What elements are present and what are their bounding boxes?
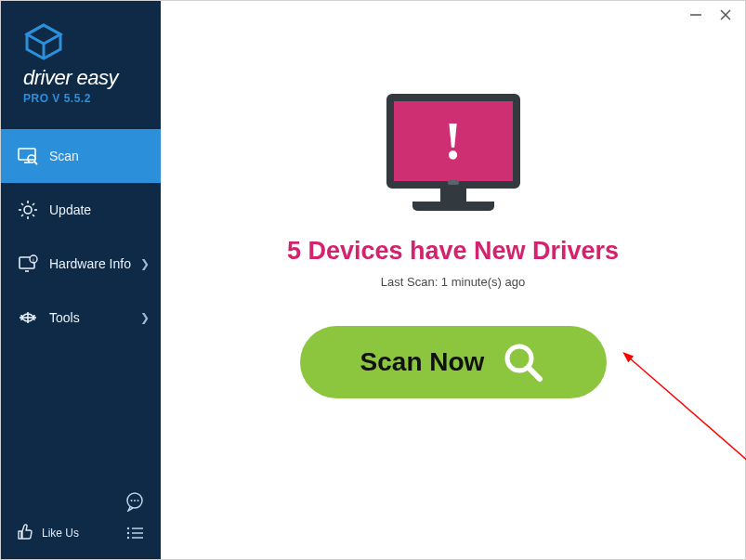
scan-result-headline: 5 Devices have New Drivers: [287, 237, 619, 266]
nav-scan-label: Scan: [49, 149, 79, 163]
logo-icon: [23, 23, 64, 60]
scan-monitor-icon: [18, 146, 38, 166]
titlebar: [676, 1, 745, 29]
svg-point-26: [131, 500, 133, 501]
sidebar-nav: Scan Update i Hardware Info ❯ Tools: [1, 129, 161, 345]
nav-update-label: Update: [49, 202, 91, 217]
svg-rect-6: [19, 149, 35, 160]
logo-area: driver easy PRO V 5.5.2: [1, 1, 161, 122]
monitor-alert-icon: !: [386, 94, 520, 211]
gear-icon: [18, 200, 38, 220]
svg-point-29: [127, 527, 129, 529]
svg-text:i: i: [33, 257, 33, 263]
svg-point-8: [28, 155, 35, 163]
svg-point-10: [24, 206, 32, 214]
scan-now-button[interactable]: Scan Now: [300, 326, 607, 398]
nav-hardware-info[interactable]: i Hardware Info ❯: [1, 237, 161, 291]
magnify-icon: [501, 340, 545, 384]
like-us-label: Like Us: [42, 527, 79, 540]
brand-version: PRO V 5.5.2: [23, 92, 142, 105]
chevron-right-icon: ❯: [140, 257, 150, 270]
feedback-icon[interactable]: [124, 490, 146, 513]
chevron-right-icon: ❯: [140, 311, 150, 324]
nav-tools-label: Tools: [49, 310, 80, 325]
last-scan-text: Last Scan: 1 minute(s) ago: [381, 275, 525, 289]
nav-hardware-label: Hardware Info: [49, 256, 131, 271]
svg-line-18: [21, 215, 23, 216]
svg-point-27: [134, 500, 136, 501]
svg-point-30: [127, 532, 129, 534]
hardware-info-icon: i: [18, 254, 38, 274]
like-us-button[interactable]: Like Us: [16, 523, 79, 544]
svg-line-36: [529, 368, 540, 379]
svg-line-17: [33, 203, 34, 205]
svg-marker-4: [27, 25, 60, 44]
tools-icon: [18, 307, 38, 328]
svg-point-31: [127, 537, 129, 539]
thumbs-up-icon: [16, 523, 34, 544]
scan-now-label: Scan Now: [360, 347, 485, 377]
minimize-button[interactable]: [689, 8, 702, 21]
app-window: driver easy PRO V 5.5.2 Scan Update i: [0, 0, 746, 560]
svg-point-28: [137, 500, 139, 501]
main-content: ! 5 Devices have New Drivers Last Scan: …: [161, 1, 745, 559]
close-button[interactable]: [719, 8, 732, 21]
menu-list-icon[interactable]: [124, 522, 146, 544]
svg-line-9: [34, 162, 37, 164]
svg-line-16: [33, 215, 34, 216]
svg-line-15: [21, 203, 23, 205]
brand-name: driver easy: [23, 66, 142, 90]
sidebar: driver easy PRO V 5.5.2 Scan Update i: [1, 1, 161, 559]
nav-tools[interactable]: Tools ❯: [1, 291, 161, 345]
nav-update[interactable]: Update: [1, 183, 161, 237]
sidebar-bottom: Like Us: [1, 479, 161, 559]
nav-scan[interactable]: Scan: [1, 129, 161, 183]
